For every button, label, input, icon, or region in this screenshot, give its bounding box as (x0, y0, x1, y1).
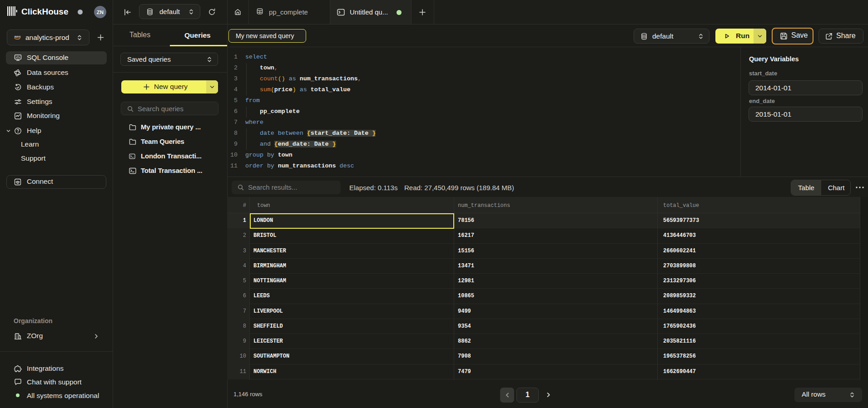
svg-text:aws: aws (14, 34, 20, 39)
